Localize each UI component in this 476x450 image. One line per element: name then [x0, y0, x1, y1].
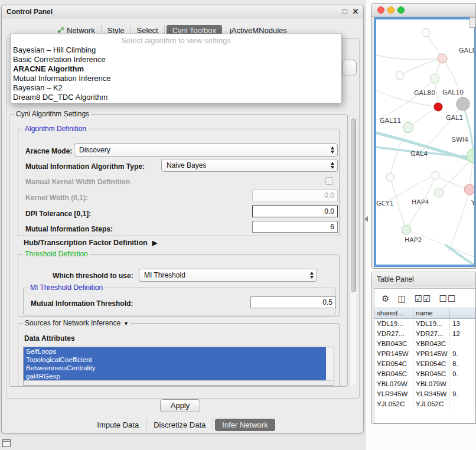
- table-row[interactable]: YJL052CYJL052C: [374, 399, 475, 409]
- mi-algorithm-type-select[interactable]: Naive Bayes: [161, 159, 338, 172]
- network-edge[interactable]: [376, 55, 442, 60]
- network-node[interactable]: [430, 74, 439, 83]
- bottom-tab-impute-data[interactable]: Impute Data: [90, 419, 146, 431]
- sources-group-title[interactable]: Sources for Network Inference▼: [23, 319, 131, 327]
- algorithm-option-bayesian-hill-climbing[interactable]: Bayesian – Hill Climbing: [11, 45, 341, 55]
- network-view-titlebar[interactable]: [371, 4, 475, 17]
- columns-icon[interactable]: ◫: [397, 294, 406, 303]
- table-row[interactable]: YPR145WYPR145W9.: [374, 349, 475, 359]
- network-node[interactable]: [386, 173, 395, 181]
- canvas-corner-widget[interactable]: [470, 17, 476, 28]
- attribute-list-vscrollbar[interactable]: [327, 347, 334, 380]
- minimized-window-titlebar: [3, 440, 10, 442]
- network-graph[interactable]: GAL80GAL80GAL10GAL11GAL1SWI4GAL4GCY1HAP4…: [376, 19, 474, 265]
- network-node[interactable]: [464, 184, 474, 195]
- network-node[interactable]: [432, 171, 440, 180]
- table-panel-body: ⚙◫☑☑☐☐ shared...name YDL19...YDL19...13Y…: [374, 288, 475, 423]
- network-node[interactable]: [438, 54, 447, 63]
- algorithm-popup-placeholder: Select algorithm to view settings: [11, 35, 341, 45]
- threshold-definition-group: Threshold Definition Which threshold to …: [18, 254, 340, 317]
- network-edge[interactable]: [390, 128, 408, 177]
- table-row[interactable]: YBR045CYBR045C9.: [374, 369, 475, 379]
- hub-definition-toggle[interactable]: Hub/Transcription Factor Definition▶: [24, 239, 157, 247]
- show-columns-icon[interactable]: ☑☑: [415, 294, 432, 303]
- float-window-icon[interactable]: □: [341, 7, 349, 16]
- table-row[interactable]: YLR345WYLR345W9.: [374, 389, 475, 399]
- table-cell: 8.: [450, 359, 475, 369]
- network-edge[interactable]: [415, 104, 463, 156]
- column-header-name[interactable]: name: [413, 308, 450, 318]
- sources-group: Sources for Network Inference▼ Data Attr…: [18, 323, 340, 387]
- algorithm-option-bayesian-k2[interactable]: Bayesian – K2: [11, 83, 341, 93]
- network-tab-icon: [57, 27, 64, 34]
- control-panel-titlebar[interactable]: Control Panel □ ✕: [2, 5, 363, 18]
- column-header-shared[interactable]: shared...: [374, 308, 413, 318]
- table-cell: 9.: [450, 349, 475, 359]
- table-header-row: shared...name: [374, 308, 475, 319]
- network-edge[interactable]: [376, 79, 435, 120]
- network-node[interactable]: [396, 71, 404, 80]
- table-cell: YER054C: [413, 359, 450, 369]
- data-attributes-label: Data Attributes: [24, 334, 75, 343]
- mi-threshold-field[interactable]: 0.5: [250, 296, 336, 308]
- close-window-icon[interactable]: ✕: [351, 7, 360, 16]
- cyni-algorithm-settings-group: Cyni Algorithm Settings Algorithm Defini…: [9, 114, 348, 387]
- close-traffic-light-icon[interactable]: [377, 6, 384, 14]
- algorithm-option-dream8-dc-tdc-algorithm[interactable]: Dream8 DC_TDC Algorithm: [11, 93, 341, 102]
- network-view-window: GAL80GAL80GAL10GAL11GAL1SWI4GAL4GCY1HAP4…: [371, 3, 476, 269]
- bottom-tab-infer-network[interactable]: Infer Network: [215, 419, 275, 431]
- table-row[interactable]: YBL079WYBL079W: [374, 379, 475, 389]
- table-panel-window: Table Panel ⚙◫☑☑☐☐ shared...name YDL19..…: [371, 272, 476, 424]
- settings-scrollbar-thumb[interactable]: [351, 118, 356, 292]
- attribute-betweennesscentrality[interactable]: BetweennessCentrality: [24, 364, 326, 372]
- table-row[interactable]: YER054CYER054C8.: [374, 359, 475, 369]
- algorithm-combo-fragment: [342, 60, 357, 76]
- network-node[interactable]: [402, 225, 411, 234]
- table-row[interactable]: YBR043CYBR043C: [374, 339, 475, 349]
- network-node[interactable]: [434, 188, 444, 197]
- network-node[interactable]: [403, 122, 413, 133]
- mi-threshold-label: Mutual Information Threshold:: [31, 299, 133, 308]
- attribute-selfloops[interactable]: SelfLoops: [24, 347, 326, 356]
- settings-gear-icon[interactable]: ⚙: [382, 294, 390, 303]
- apply-button[interactable]: Apply: [160, 399, 200, 412]
- minimize-traffic-light-icon[interactable]: [387, 6, 395, 14]
- algorithm-option-basic-correlation-inference[interactable]: Basic Correlation Inference: [11, 55, 341, 64]
- mi-steps-label: Mutual Information Steps:: [25, 225, 113, 233]
- data-attributes-list[interactable]: SelfLoopsTopologicalCoefficientBetweenne…: [23, 347, 334, 386]
- algorithm-option-aracne-algorithm[interactable]: ARACNE Algorithm: [11, 64, 341, 74]
- network-node[interactable]: [457, 97, 470, 110]
- threshold-type-select[interactable]: MI Threshold: [139, 269, 317, 282]
- network-edge[interactable]: [448, 190, 470, 251]
- network-edge[interactable]: [442, 58, 463, 104]
- dpi-tolerance-field[interactable]: 0.0: [252, 206, 338, 217]
- network-node[interactable]: [434, 103, 442, 111]
- network-node[interactable]: [467, 149, 474, 163]
- network-canvas[interactable]: GAL80GAL80GAL10GAL11GAL1SWI4GAL4GCY1HAP4…: [376, 19, 474, 265]
- node-label: GAL80: [459, 47, 474, 54]
- zoom-traffic-light-icon[interactable]: [397, 6, 405, 14]
- settings-scrollbar[interactable]: [350, 116, 357, 386]
- mi-threshold-definition-group: MI Threshold Definition Mutual Informati…: [23, 288, 335, 315]
- expand-right-icon: ▶: [152, 239, 157, 246]
- mi-algorithm-type-value: Naive Bayes: [167, 161, 206, 169]
- minimized-window-icon[interactable]: [2, 439, 11, 447]
- algorithm-option-mutual-information-inference[interactable]: Mutual Information Inference: [11, 74, 341, 83]
- attribute-topologicalcoefficient[interactable]: TopologicalCoefficient: [24, 356, 326, 364]
- hide-columns-icon[interactable]: ☐☐: [439, 294, 457, 303]
- network-node[interactable]: [422, 28, 430, 37]
- kernel-width-label: Kernel Width (0,1):: [25, 194, 88, 202]
- mi-steps-field[interactable]: 6: [252, 221, 338, 233]
- column-header-col2[interactable]: [450, 308, 475, 318]
- attribute-gal4rgexp[interactable]: gal4RGexp: [24, 372, 326, 380]
- table-row[interactable]: YDR27...YDR27...12: [374, 329, 475, 339]
- panel-collapse-arrow[interactable]: [364, 216, 368, 222]
- bottom-tab-discretize-data[interactable]: Discretize Data: [146, 419, 213, 431]
- attribute-list-hscrollbar[interactable]: [24, 380, 334, 385]
- window-title: Control Panel: [6, 8, 53, 16]
- aracne-mode-select[interactable]: Discovery: [74, 144, 338, 156]
- network-edge[interactable]: [463, 106, 474, 154]
- table-row[interactable]: YDL19...YDL19...13: [374, 319, 475, 329]
- table-cell: 13: [450, 319, 475, 329]
- table-cell: YLR345W: [413, 389, 450, 399]
